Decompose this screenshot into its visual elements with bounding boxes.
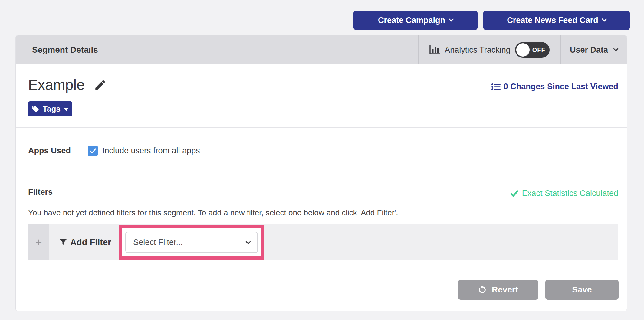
chevron-down-icon <box>613 46 619 51</box>
create-campaign-label: Create Campaign <box>378 16 445 25</box>
segment-details-card: Segment Details Analytics Tracking OFF U… <box>15 35 627 311</box>
create-news-feed-label: Create News Feed Card <box>507 16 598 25</box>
add-filter-label: Add Filter <box>70 237 111 247</box>
check-icon <box>510 190 518 197</box>
segment-title-section: Example 0 Changes Since Last Viewed <box>16 64 627 127</box>
segment-name: Example <box>28 77 85 93</box>
funnel-icon <box>60 239 67 246</box>
changes-since-last-viewed-link[interactable]: 0 Changes Since Last Viewed <box>491 82 618 91</box>
revert-icon <box>478 285 487 294</box>
add-filter-label-group: Add Filter <box>60 237 111 247</box>
exact-statistics-label: Exact Statistics Calculated <box>522 189 618 198</box>
analytics-toggle[interactable]: OFF <box>515 42 550 58</box>
changes-link-label: 0 Changes Since Last Viewed <box>504 82 618 91</box>
highlight-annotation-box: Select Filter... <box>119 225 264 260</box>
tags-button-label: Tags <box>43 104 61 114</box>
filters-section: Filters Exact Statistics Calculated You … <box>16 174 627 272</box>
create-campaign-button[interactable]: Create Campaign <box>353 11 478 30</box>
chevron-down-icon <box>449 17 454 22</box>
toggle-knob <box>516 43 530 57</box>
card-footer: Revert Save <box>16 272 627 311</box>
edit-name-button[interactable] <box>94 79 107 91</box>
apps-used-section: Apps Used Include users from all apps <box>16 127 627 174</box>
add-filter-row: + Add Filter Select Filter... <box>28 224 618 260</box>
add-filter-group-button[interactable]: + <box>28 224 49 260</box>
filters-empty-message: You have not yet defined filters for thi… <box>28 208 398 217</box>
select-filter-dropdown[interactable]: Select Filter... <box>125 232 258 253</box>
bar-chart-icon <box>429 45 440 55</box>
tags-button[interactable]: Tags <box>28 101 72 116</box>
exact-statistics-status: Exact Statistics Calculated <box>510 189 618 198</box>
revert-button[interactable]: Revert <box>458 280 538 300</box>
tag-icon <box>32 105 39 113</box>
toggle-state-label: OFF <box>532 47 545 54</box>
select-filter-placeholder: Select Filter... <box>133 238 246 247</box>
analytics-tracking-control[interactable]: Analytics Tracking OFF <box>418 35 560 64</box>
chevron-down-icon <box>246 239 251 244</box>
include-all-apps-checkbox[interactable] <box>88 146 98 156</box>
filters-heading: Filters <box>28 188 53 197</box>
list-icon <box>491 83 501 90</box>
analytics-tracking-label: Analytics Tracking <box>445 45 511 55</box>
pencil-icon <box>94 79 107 91</box>
caret-down-icon <box>64 108 69 111</box>
card-header: Segment Details Analytics Tracking OFF U… <box>16 35 627 64</box>
plus-icon: + <box>35 236 42 249</box>
include-all-apps-label[interactable]: Include users from all apps <box>102 146 200 155</box>
apps-used-label: Apps Used <box>28 146 88 155</box>
check-icon <box>90 148 96 154</box>
chevron-down-icon <box>602 17 607 22</box>
save-label: Save <box>572 285 592 295</box>
page-title: Segment Details <box>16 35 418 64</box>
user-data-dropdown[interactable]: User Data <box>560 35 627 64</box>
user-data-label: User Data <box>570 45 608 55</box>
create-news-feed-card-button[interactable]: Create News Feed Card <box>483 11 630 30</box>
revert-label: Revert <box>492 285 518 295</box>
save-button[interactable]: Save <box>545 280 619 300</box>
